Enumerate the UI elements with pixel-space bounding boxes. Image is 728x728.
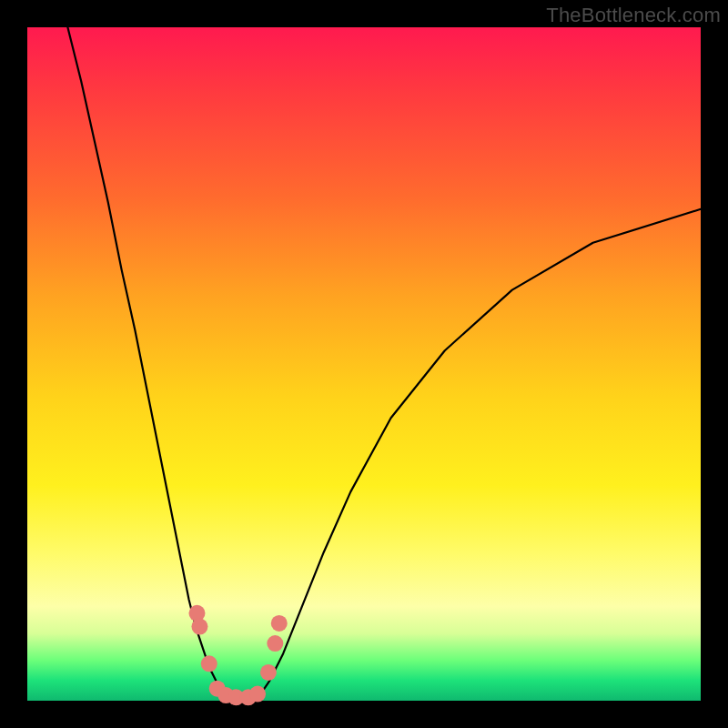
curve-group: [67, 27, 701, 701]
marker-dot: [188, 605, 205, 622]
marker-dot: [249, 686, 266, 703]
marker-group: [188, 605, 287, 706]
chart-frame: TheBottleneck.com: [0, 0, 728, 728]
marker-dot: [271, 615, 288, 632]
watermark-text: TheBottleneck.com: [546, 4, 721, 27]
series-left-branch: [67, 27, 229, 697]
curve-svg: [27, 27, 701, 701]
marker-dot: [260, 664, 277, 681]
marker-dot: [191, 619, 207, 635]
plot-area: [27, 27, 701, 701]
marker-dot: [267, 635, 283, 652]
marker-dot: [201, 655, 217, 672]
series-right-branch: [257, 209, 701, 698]
